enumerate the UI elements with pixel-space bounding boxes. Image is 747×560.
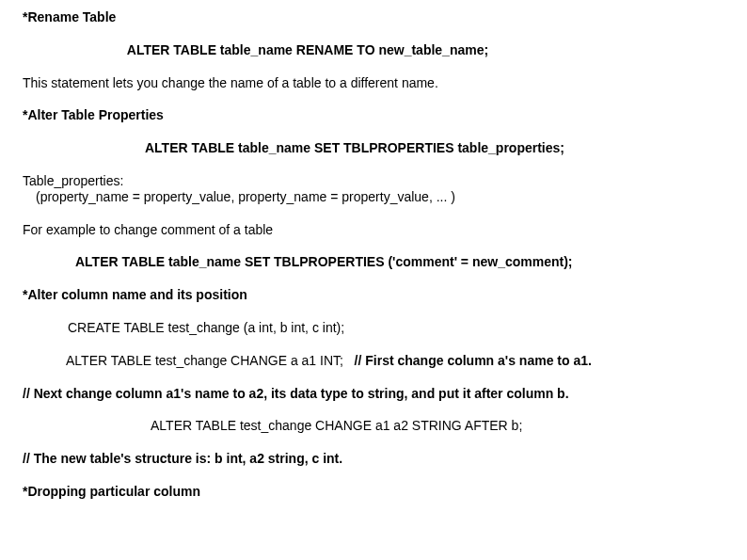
code-change-a: ALTER TABLE test_change CHANGE a a1 INT;: [66, 353, 343, 368]
text-table-properties-block: Table_properties: (property_name = prope…: [23, 173, 724, 205]
text-example-intro: For example to change comment of a table: [23, 222, 724, 238]
comment-new-structure: // The new table's structure is: b int, …: [23, 451, 724, 467]
document-page: *Rename Table ALTER TABLE table_name REN…: [0, 0, 747, 500]
text-table-properties-syntax: (property_name = property_value, propert…: [23, 189, 724, 205]
code-rename-table: ALTER TABLE table_name RENAME TO new_tab…: [23, 42, 724, 58]
comment-next-change: // Next change column a1's name to a2, i…: [23, 386, 724, 402]
code-change-a1: ALTER TABLE test_change CHANGE a1 a2 STR…: [23, 418, 724, 434]
comment-first-change: // First change column a's name to a1.: [355, 353, 592, 368]
code-create-table: CREATE TABLE test_change (a int, b int, …: [23, 320, 724, 336]
heading-alter-table-properties: *Alter Table Properties: [23, 107, 724, 123]
line-change-a: ALTER TABLE test_change CHANGE a a1 INT;…: [23, 353, 724, 369]
code-alter-table-properties: ALTER TABLE table_name SET TBLPROPERTIES…: [23, 140, 724, 156]
text-rename-description: This statement lets you change the name …: [23, 75, 724, 91]
code-set-comment: ALTER TABLE table_name SET TBLPROPERTIES…: [23, 254, 724, 270]
heading-rename-table: *Rename Table: [23, 9, 724, 25]
heading-alter-column: *Alter column name and its position: [23, 287, 724, 303]
heading-dropping-column: *Dropping particular column: [23, 484, 724, 500]
text-table-properties-label: Table_properties:: [23, 173, 724, 189]
